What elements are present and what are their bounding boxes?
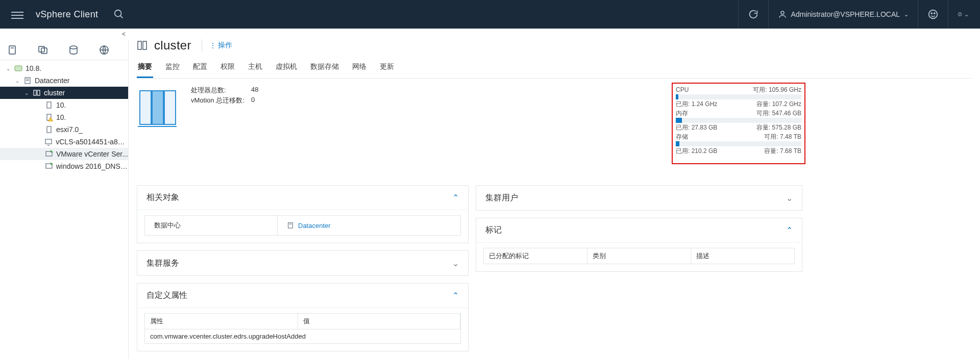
tree-node-datacenter[interactable]: ⌄ Datacenter	[0, 74, 128, 87]
related-link[interactable]: Datacenter	[278, 216, 340, 235]
tab-networks[interactable]: 网络	[351, 58, 368, 78]
host-warn-icon	[45, 113, 53, 121]
svg-marker-27	[51, 150, 53, 152]
svg-rect-33	[152, 91, 163, 124]
card-header[interactable]: 标记 ⌃	[476, 218, 802, 243]
table-header: 已分配的标记 类别 描述	[483, 248, 795, 264]
datacenter-icon	[23, 76, 32, 85]
svg-rect-14	[15, 66, 22, 71]
summary-val: 48	[251, 86, 272, 96]
tab-summary[interactable]: 摘要	[137, 58, 153, 78]
chevron-down-icon: ⌄	[904, 11, 909, 18]
page-header: cluster ⋮ 操作	[137, 36, 972, 55]
svg-point-7	[960, 15, 960, 16]
svg-rect-36	[288, 223, 293, 228]
summary-strip: 处理器总数: 48 vMotion 总迁移数: 0 CPU可用: 105.96 …	[137, 84, 802, 160]
card-header[interactable]: 集群服务 ⌄	[137, 251, 468, 275]
hamburger-menu-icon[interactable]	[11, 10, 23, 19]
chevron-up-icon: ⌃	[452, 291, 459, 300]
card-header[interactable]: 相关对象 ⌃	[137, 186, 468, 210]
vms-view-icon[interactable]	[38, 45, 48, 55]
capacity-cpu: CPU可用: 105.96 GHz 已用: 1.24 GHz容量: 107.2 …	[676, 86, 801, 108]
summary-val: 0	[251, 96, 272, 106]
tab-monitor[interactable]: 监控	[164, 58, 181, 78]
capacity-panel: CPU可用: 105.96 GHz 已用: 1.24 GHz容量: 107.2 …	[672, 83, 805, 164]
host-icon	[45, 125, 53, 134]
svg-rect-24	[45, 139, 52, 144]
tree-node-cluster[interactable]: ⌄ cluster	[0, 87, 128, 99]
user-menu[interactable]: Administrator@VSPHERE.LOCAL ⌄	[778, 10, 909, 19]
hosts-view-icon[interactable]	[7, 45, 17, 55]
tree-node-host[interactable]: 10.	[0, 111, 128, 123]
svg-marker-29	[51, 162, 53, 165]
tree-node-host[interactable]: 10.	[0, 99, 128, 111]
network-view-icon[interactable]	[99, 45, 109, 55]
table-row[interactable]: com.vmware.vcenter.cluster.edrs.upgradeH…	[144, 329, 461, 344]
tab-updates[interactable]: 更新	[379, 58, 395, 78]
refresh-icon[interactable]	[748, 9, 759, 20]
vm-running-icon	[45, 162, 53, 170]
topbar-divider	[918, 0, 918, 29]
svg-rect-19	[37, 90, 40, 95]
tab-vms[interactable]: 虚拟机	[275, 58, 298, 78]
tab-datastores[interactable]: 数据存储	[309, 58, 340, 78]
svg-rect-32	[140, 91, 151, 124]
left-column: 相关对象 ⌃ 数据中心 Datacenter 集群服务 ⌄	[137, 185, 469, 359]
card-cluster-users: 集群用户 ⌄	[476, 185, 802, 211]
tab-hosts[interactable]: 主机	[247, 58, 263, 78]
chevron-down-icon: ⌄	[964, 11, 969, 18]
svg-point-0	[115, 10, 121, 17]
cluster-icon	[137, 40, 148, 51]
svg-rect-20	[47, 102, 51, 108]
vm-running-icon	[45, 150, 53, 158]
topbar: vSphere Client Administrator@VSPHERE.LOC…	[0, 0, 980, 29]
search-icon[interactable]	[113, 9, 125, 20]
svg-point-4	[931, 13, 932, 14]
help-icon[interactable]: ⌄	[958, 9, 969, 20]
smiley-icon[interactable]	[927, 9, 939, 20]
topbar-divider	[738, 0, 739, 29]
svg-line-1	[120, 16, 123, 18]
right-column: 集群用户 ⌄ 标记 ⌃ 已分配的标记 类别 描述	[476, 185, 802, 359]
summary-key: vMotion 总迁移数:	[191, 96, 251, 106]
summary-key: 处理器总数:	[191, 86, 251, 96]
datacenter-icon	[287, 222, 294, 229]
topbar-divider	[768, 0, 769, 29]
tab-configure[interactable]: 配置	[192, 58, 208, 78]
svg-rect-34	[164, 91, 176, 124]
cluster-illustration-icon	[137, 86, 178, 132]
inventory-tree: ⌄ 10.8. ⌄ Datacenter ⌄ cluster 10.	[0, 60, 128, 172]
svg-marker-22	[48, 117, 53, 121]
svg-rect-30	[138, 41, 141, 49]
tree-node-host[interactable]: esxi7.0_	[0, 123, 128, 136]
capacity-bar	[676, 141, 801, 146]
main: cluster ⋮ 操作 摘要 监控 配置 权限 主机 虚拟机 数据存储 网络 …	[129, 29, 980, 359]
sidebar-collapse-icon[interactable]: <	[122, 31, 126, 38]
separator	[202, 39, 202, 52]
tab-permissions[interactable]: 权限	[219, 58, 236, 78]
svg-rect-18	[34, 90, 36, 95]
tree-node-vm[interactable]: VMware vCenter Ser...	[0, 148, 128, 160]
vm-icon	[44, 138, 53, 146]
tree-node-vm[interactable]: vCLS-a5014451-a8a3-...	[0, 136, 128, 148]
capacity-storage: 存储可用: 7.48 TB 已用: 210.2 GB容量: 7.68 TB	[676, 133, 801, 155]
tree-node-vcenter[interactable]: ⌄ 10.8.	[0, 62, 128, 74]
page-title: cluster	[154, 38, 191, 53]
chevron-down-icon: ⌄	[452, 259, 459, 268]
topbar-divider	[948, 0, 948, 29]
app-title: vSphere Client	[36, 9, 98, 20]
user-label: Administrator@VSPHERE.LOCAL	[791, 10, 900, 18]
svg-rect-8	[9, 46, 15, 54]
svg-rect-23	[47, 126, 51, 133]
svg-point-2	[781, 11, 784, 14]
actions-menu[interactable]: ⋮ 操作	[209, 41, 232, 50]
storage-view-icon[interactable]	[68, 45, 79, 55]
card-header[interactable]: 集群用户 ⌄	[476, 186, 802, 210]
card-related-objects: 相关对象 ⌃ 数据中心 Datacenter	[137, 185, 469, 243]
capacity-bar	[676, 118, 801, 123]
card-custom-attributes: 自定义属性 ⌃ 属性 值 com.vmware.vcenter.cluster.…	[137, 283, 469, 351]
tree-node-vm[interactable]: windows 2016_DNS_...	[0, 160, 128, 172]
table-header: 属性 值	[144, 313, 461, 329]
card-header[interactable]: 自定义属性 ⌃	[137, 284, 468, 308]
card-tags: 标记 ⌃ 已分配的标记 类别 描述	[476, 218, 802, 272]
